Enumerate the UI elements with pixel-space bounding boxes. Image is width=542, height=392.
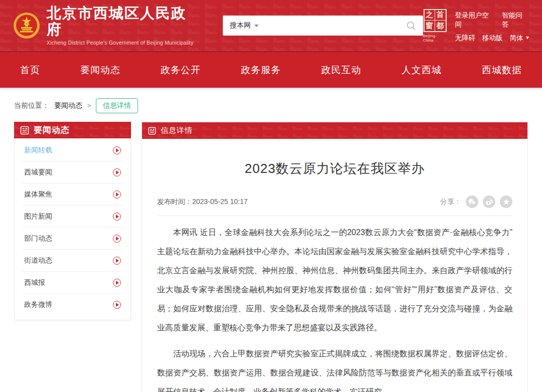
chevron-down-icon bbox=[526, 37, 529, 39]
sidebar-item-news-reprint[interactable]: 新闻转载 bbox=[22, 139, 123, 161]
chevron-down-icon bbox=[254, 25, 258, 27]
site-title: 北京市西城区人民政府 bbox=[47, 6, 201, 38]
star-icon bbox=[503, 199, 510, 206]
language-label: 简体 bbox=[510, 34, 523, 43]
arrow-circle-icon bbox=[113, 213, 121, 221]
search-icon bbox=[406, 21, 416, 31]
arrow-circle-icon bbox=[113, 146, 121, 154]
sidebar-item-department-news[interactable]: 部门动态 bbox=[22, 228, 123, 250]
cw-char: 首 bbox=[435, 10, 446, 21]
site-header: 北京市西城区人民政府 Xicheng District People's Gov… bbox=[0, 0, 542, 52]
search-button[interactable] bbox=[406, 21, 416, 31]
capital-window-box: 之 首 窗 都 bbox=[424, 9, 447, 32]
sidebar-item-xicheng-daily[interactable]: 西城报 bbox=[22, 272, 123, 294]
arrow-circle-icon bbox=[113, 301, 121, 309]
share-label: 分享： bbox=[440, 198, 461, 207]
smart-qa-link[interactable]: 智能问答 bbox=[502, 11, 529, 29]
sidebar-item-label: 街道动态 bbox=[24, 256, 52, 265]
share-bar: 分享： bbox=[440, 195, 512, 208]
panel-title: 信息详情 bbox=[161, 126, 193, 135]
main-nav: 首页 要闻动态 政务公开 政务服务 政民互动 人文西城 西城数据 bbox=[0, 52, 542, 88]
cw-char: 都 bbox=[435, 21, 446, 31]
sidebar-item-label: 媒体聚焦 bbox=[24, 190, 52, 199]
article-title: 2023数云原力论坛在我区举办 bbox=[157, 160, 512, 177]
nav-item-gov-services[interactable]: 政务服务 bbox=[241, 64, 281, 77]
nav-item-public-interaction[interactable]: 政民互动 bbox=[321, 64, 361, 77]
breadcrumb: 当前位置： 要闻动态 > 信息详情 bbox=[14, 98, 528, 113]
sidebar-list: 新闻转载 西城要闻 媒体聚焦 图片新闻 部门动态 街道动态 bbox=[14, 138, 131, 320]
search-input[interactable] bbox=[262, 16, 402, 36]
arrow-circle-icon bbox=[113, 190, 121, 199]
share-wechat-button[interactable] bbox=[466, 195, 478, 208]
sidebar-item-gov-weibo[interactable]: 政务微博 bbox=[22, 294, 123, 316]
sidebar: 要闻动态 新闻转载 西城要闻 媒体聚焦 图片新闻 部门动态 bbox=[14, 122, 131, 320]
accessibility-link[interactable]: 无障碍 bbox=[455, 34, 476, 43]
publish-time: 发布时间：2023-05-25 10:17 bbox=[157, 198, 248, 207]
nav-label: 人文西城 bbox=[401, 65, 442, 75]
breadcrumb-section-link[interactable]: 要闻动态 bbox=[54, 101, 82, 110]
sidebar-item-label: 部门动态 bbox=[24, 234, 52, 243]
sidebar-item-label: 西城要闻 bbox=[24, 168, 52, 177]
search-scope-label: 搜本网 bbox=[230, 21, 251, 30]
site-subtitle: Xicheng District People's Government of … bbox=[47, 40, 201, 46]
sidebar-item-media-focus[interactable]: 媒体聚焦 bbox=[22, 183, 123, 206]
article-panel: 信息详情 2023数云原力论坛在我区举办 发布时间：2023-05-25 10:… bbox=[142, 122, 528, 392]
arrow-circle-icon bbox=[113, 235, 121, 243]
panel-header: 信息详情 bbox=[142, 122, 527, 139]
login-user-space-link[interactable]: 登录用户空间 bbox=[455, 11, 495, 29]
national-emblem-logo bbox=[13, 12, 40, 39]
weibo-icon bbox=[485, 199, 493, 206]
sidebar-item-label: 政务微博 bbox=[24, 300, 52, 309]
article-paragraph: 活动现场，六合上甲数据资产研究实验室正式揭牌成立，将围绕数据权属界定、数据评估定… bbox=[157, 344, 512, 392]
nav-item-gov-openness[interactable]: 政务公开 bbox=[161, 64, 201, 77]
meta-divider bbox=[157, 216, 512, 216]
cw-char: 窗 bbox=[425, 21, 435, 31]
nav-label: 西城数据 bbox=[482, 65, 522, 75]
nav-label: 政务公开 bbox=[161, 65, 201, 75]
search-box: 搜本网 bbox=[223, 16, 423, 36]
detail-document-icon bbox=[148, 127, 156, 135]
sidebar-item-label: 图片新闻 bbox=[24, 212, 52, 221]
nav-label: 首页 bbox=[20, 65, 40, 75]
breadcrumb-separator: > bbox=[87, 102, 91, 109]
breadcrumb-prefix: 当前位置： bbox=[14, 101, 49, 110]
nav-item-xicheng-culture[interactable]: 人文西城 bbox=[401, 64, 442, 77]
nav-label: 政民互动 bbox=[321, 65, 361, 75]
wechat-icon bbox=[468, 199, 476, 205]
article: 2023数云原力论坛在我区举办 发布时间：2023-05-25 10:17 分享… bbox=[142, 160, 527, 392]
arrow-circle-icon bbox=[113, 279, 121, 287]
sidebar-item-xicheng-news[interactable]: 西城要闻 bbox=[22, 161, 123, 183]
sidebar-item-label: 新闻转载 bbox=[24, 146, 52, 155]
sidebar-title: 要闻动态 bbox=[34, 124, 70, 136]
arrow-circle-icon bbox=[113, 257, 121, 265]
search-scope-dropdown[interactable]: 搜本网 bbox=[230, 21, 258, 30]
sidebar-item-label: 西城报 bbox=[24, 278, 45, 287]
site-title-block: 北京市西城区人民政府 Xicheng District People's Gov… bbox=[47, 6, 201, 46]
publish-value: 2023-05-25 10:17 bbox=[192, 198, 248, 206]
article-body: 本网讯 近日，全球金融科技大会系列论坛之一的2023数云原力大会“数据资产·金融… bbox=[157, 223, 512, 392]
sidebar-item-photo-news[interactable]: 图片新闻 bbox=[22, 206, 123, 228]
share-favorite-button[interactable] bbox=[500, 195, 512, 208]
nav-label: 政务服务 bbox=[241, 65, 281, 75]
publish-label: 发布时间： bbox=[157, 198, 192, 206]
cw-char: 之 bbox=[425, 10, 435, 21]
share-weibo-button[interactable] bbox=[483, 195, 495, 208]
arrow-circle-icon bbox=[113, 168, 121, 176]
mobile-version-link[interactable]: 移动版 bbox=[482, 34, 503, 43]
sidebar-item-street-news[interactable]: 街道动态 bbox=[22, 250, 123, 272]
nav-item-home[interactable]: 首页 bbox=[20, 64, 40, 77]
sidebar-header: 要闻动态 bbox=[14, 122, 131, 138]
capital-window-logo[interactable]: 之 首 窗 都 Beijing-China bbox=[423, 9, 447, 43]
nav-item-news[interactable]: 要闻动态 bbox=[80, 64, 120, 77]
nav-item-xicheng-data[interactable]: 西城数据 bbox=[482, 64, 522, 77]
article-paragraph: 本网讯 近日，全球金融科技大会系列论坛之一的2023数云原力大会“数据资产·金融… bbox=[157, 223, 512, 337]
quick-links: 登录用户空间 智能问答 无障碍 移动版 简体 bbox=[455, 9, 529, 43]
article-meta-row: 发布时间：2023-05-25 10:17 分享： bbox=[157, 195, 512, 208]
language-toggle[interactable]: 简体 bbox=[510, 34, 529, 43]
nav-label: 要闻动态 bbox=[80, 65, 120, 75]
breadcrumb-current-badge[interactable]: 信息详情 bbox=[96, 98, 138, 113]
news-document-icon bbox=[20, 126, 29, 135]
capital-window-caption: Beijing-China bbox=[423, 34, 447, 43]
